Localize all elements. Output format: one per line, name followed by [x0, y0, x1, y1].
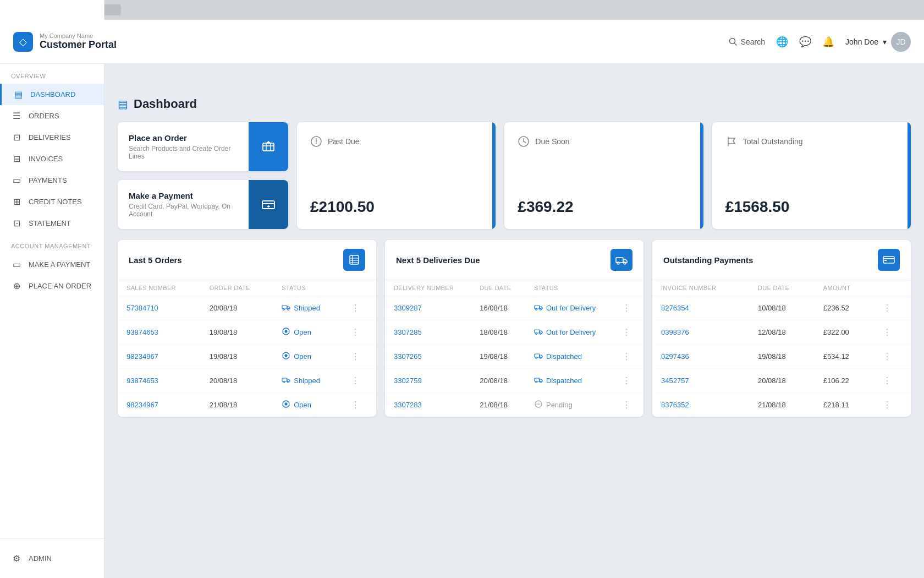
search-button[interactable]: Search — [729, 37, 765, 46]
delivery-link[interactable]: 3307285 — [394, 328, 422, 336]
sidebar-item-credit-notes[interactable]: ⊞ CREDIT NOTES — [0, 191, 104, 212]
notification-icon[interactable]: 🔔 — [822, 36, 834, 48]
order-status: Open — [273, 345, 342, 369]
user-menu[interactable]: John Doe ▾ JD — [845, 32, 911, 52]
place-order-title: Place an Order — [129, 133, 238, 143]
sidebar-item-make-payment[interactable]: ▭ MAKE A PAYMENT — [0, 254, 104, 275]
next-5-deliveries-title: Next 5 Deliveries Due — [396, 255, 480, 265]
more-icon[interactable]: ⋮ — [622, 400, 632, 410]
invoice-amount: £218.11 — [815, 393, 875, 417]
delivery-link[interactable]: 3307265 — [394, 352, 422, 361]
search-icon — [729, 37, 738, 46]
total-outstanding-card: Total Outstanding £1568.50 — [712, 122, 911, 229]
orders-table: Sales Number Order Date Status 57384710 … — [118, 280, 376, 417]
table-row: 0297436 19/08/18 £534.12 ⋮ — [652, 345, 911, 369]
more-icon[interactable]: ⋮ — [883, 400, 893, 410]
invoice-more[interactable]: ⋮ — [874, 320, 911, 345]
invoice-link[interactable]: 8376352 — [661, 401, 689, 409]
next-5-deliveries-card: Next 5 Deliveries Due Delivery Numbe — [385, 240, 644, 417]
invoice-date: 19/08/18 — [749, 345, 815, 369]
invoice-link[interactable]: 0297436 — [661, 352, 689, 361]
user-initials: JD — [896, 37, 905, 46]
delivery-more[interactable]: ⋮ — [613, 393, 644, 417]
more-icon[interactable]: ⋮ — [883, 303, 893, 313]
sidebar-item-admin[interactable]: ⚙ ADMIN — [0, 548, 104, 569]
more-icon[interactable]: ⋮ — [351, 303, 361, 313]
order-status: Shipped — [273, 296, 342, 320]
more-icon[interactable]: ⋮ — [351, 376, 361, 385]
table-row: 0398376 12/08/18 £322.00 ⋮ — [652, 320, 911, 345]
svg-point-35 — [285, 403, 288, 406]
order-link[interactable]: 98234967 — [127, 352, 158, 361]
order-more[interactable]: ⋮ — [342, 393, 376, 417]
delivery-more[interactable]: ⋮ — [613, 320, 644, 345]
svg-point-40 — [535, 309, 537, 310]
main-content: ▤ Dashboard Place an Order Search Produc… — [105, 84, 924, 578]
order-link[interactable]: 93874653 — [127, 377, 158, 385]
place-order-btn[interactable] — [249, 122, 288, 171]
invoice-amount: £534.12 — [815, 345, 875, 369]
pay-col-number: Invoice Number — [652, 280, 749, 296]
order-number: 98234967 — [118, 345, 201, 369]
payments-icon: ▭ — [11, 175, 22, 186]
more-icon[interactable]: ⋮ — [883, 376, 893, 385]
globe-icon[interactable]: 🌐 — [776, 36, 788, 48]
page-header: ▤ Dashboard — [118, 97, 911, 111]
delivery-link[interactable]: 3307283 — [394, 401, 422, 409]
sidebar-item-orders[interactable]: ☰ ORDERS — [0, 105, 104, 127]
order-more[interactable]: ⋮ — [342, 296, 376, 320]
order-more[interactable]: ⋮ — [342, 320, 376, 345]
more-icon[interactable]: ⋮ — [351, 400, 361, 410]
order-link[interactable]: 57384710 — [127, 304, 158, 312]
more-icon[interactable]: ⋮ — [622, 352, 632, 361]
more-icon[interactable]: ⋮ — [883, 352, 893, 361]
sidebar-item-place-order[interactable]: ⊕ PLACE AN ORDER — [0, 275, 104, 297]
delivery-status: Pending — [525, 393, 613, 417]
topbar-right: Search 🌐 💬 🔔 John Doe ▾ JD — [729, 32, 911, 52]
sidebar-item-payments[interactable]: ▭ PAYMENTS — [0, 170, 104, 191]
invoice-more[interactable]: ⋮ — [874, 393, 911, 417]
order-link[interactable]: 93874653 — [127, 328, 158, 336]
invoice-more[interactable]: ⋮ — [874, 369, 911, 393]
deliveries-card-icon — [610, 249, 632, 271]
delivery-link[interactable]: 3309287 — [394, 304, 422, 312]
invoices-icon: ⊟ — [11, 154, 22, 164]
invoice-amount: £236.52 — [815, 296, 875, 320]
more-icon[interactable]: ⋮ — [883, 328, 893, 337]
invoice-more[interactable]: ⋮ — [874, 345, 911, 369]
more-icon[interactable]: ⋮ — [622, 328, 632, 337]
del-col-date: Due Date — [471, 280, 525, 296]
order-number: 93874653 — [118, 369, 201, 393]
svg-rect-36 — [616, 258, 623, 263]
invoice-link[interactable]: 0398376 — [661, 328, 689, 336]
make-payment-btn[interactable] — [249, 180, 288, 229]
invoice-link[interactable]: 8276354 — [661, 304, 689, 312]
more-icon[interactable]: ⋮ — [622, 376, 632, 385]
invoice-number: 0297436 — [652, 345, 749, 369]
sidebar-item-deliveries[interactable]: ⊡ DELIVERIES — [0, 127, 104, 148]
sidebar-item-statement[interactable]: ⊡ STATEMENT — [0, 212, 104, 234]
more-icon[interactable]: ⋮ — [351, 328, 361, 337]
status-icon — [534, 351, 543, 362]
invoice-more[interactable]: ⋮ — [874, 296, 911, 320]
delivery-more[interactable]: ⋮ — [613, 369, 644, 393]
order-link[interactable]: 98234967 — [127, 401, 158, 409]
status-text: Dispatched — [546, 352, 582, 361]
sidebar-item-label-dashboard: DASHBOARD — [30, 90, 75, 99]
sidebar-item-invoices[interactable]: ⊟ INVOICES — [0, 148, 104, 170]
chat-icon[interactable]: 💬 — [799, 36, 811, 48]
more-icon[interactable]: ⋮ — [351, 352, 361, 361]
sidebar: Overview ▤ DASHBOARD ☰ ORDERS ⊡ DELIVERI… — [0, 20, 105, 578]
order-more[interactable]: ⋮ — [342, 345, 376, 369]
delivery-link[interactable]: 3302759 — [394, 377, 422, 385]
outstanding-payments-title: Outstanding Payments — [663, 255, 753, 265]
delivery-more[interactable]: ⋮ — [613, 296, 644, 320]
delivery-date: 18/08/18 — [471, 320, 525, 345]
delivery-more[interactable]: ⋮ — [613, 345, 644, 369]
sidebar-item-dashboard[interactable]: ▤ DASHBOARD — [0, 84, 104, 105]
more-icon[interactable]: ⋮ — [622, 303, 632, 313]
invoice-link[interactable]: 3452757 — [661, 377, 689, 385]
order-more[interactable]: ⋮ — [342, 369, 376, 393]
sidebar-bottom: ⚙ ADMIN — [0, 538, 104, 578]
pay-col-date: Due Date — [749, 280, 815, 296]
